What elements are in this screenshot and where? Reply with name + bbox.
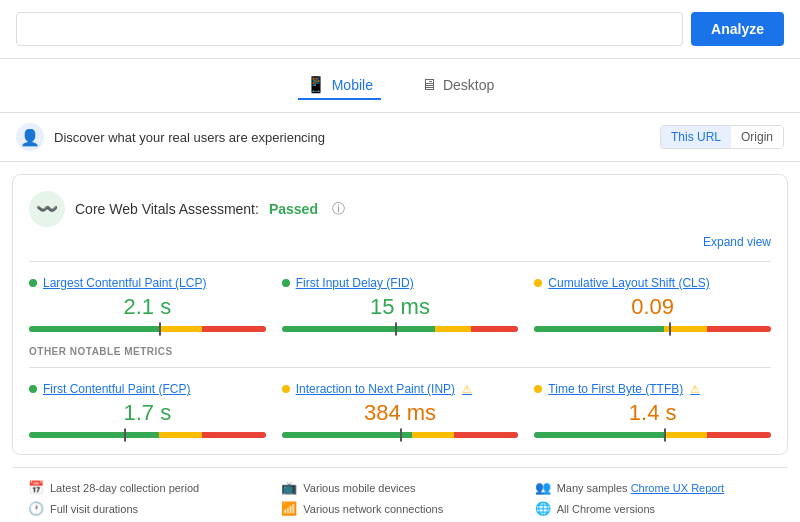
bar-segment [412,432,455,438]
metric-item: First Contentful Paint (FCP) 1.7 s [29,382,266,438]
discover-left: 👤 Discover what your real users are expe… [16,123,325,151]
main-card: 〰️ Core Web Vitals Assessment: Passed ⓘ … [12,174,788,455]
footer-icon: 📅 [28,480,44,495]
metric-item: Interaction to Next Paint (INP)⚠ 384 ms [282,382,519,438]
bar-segment [29,326,159,332]
cwv-icon: 〰️ [29,191,65,227]
progress-bar [29,432,266,438]
cwv-metrics-grid: Largest Contentful Paint (LCP) 2.1 s Fir… [29,261,771,332]
footer-icon: 🕐 [28,501,44,516]
bar-segment [664,432,707,438]
toggle-this-url[interactable]: This URL [661,126,731,148]
metric-value: 15 ms [282,294,519,320]
footer-item: 📅 Latest 28-day collection period [28,480,265,495]
footer-item: 🌐 All Chrome versions [535,501,772,516]
bar-segment [282,326,436,332]
tabs-row: 📱 Mobile 🖥 Desktop [0,59,800,113]
other-metrics-section: OTHER NOTABLE METRICS First Contentful P… [29,346,771,438]
progress-marker [124,428,126,442]
metric-name[interactable]: Interaction to Next Paint (INP)⚠ [282,382,519,396]
progress-bar [534,432,771,438]
bar-segment [202,432,266,438]
alert-icon: ⚠ [462,383,472,396]
tab-desktop[interactable]: 🖥 Desktop [413,72,502,100]
footer-text: Various mobile devices [303,482,415,494]
metric-name[interactable]: First Contentful Paint (FCP) [29,382,266,396]
metric-item: First Input Delay (FID) 15 ms [282,276,519,332]
desktop-icon: 🖥 [421,76,437,94]
footer-item: 📺 Various mobile devices [281,480,518,495]
progress-bar [282,326,519,332]
footer-text: Full visit durations [50,503,138,515]
progress-bar [282,432,519,438]
cwv-status: Passed [269,201,318,217]
metric-dot [29,279,37,287]
footer-text: Latest 28-day collection period [50,482,199,494]
tab-mobile[interactable]: 📱 Mobile [298,71,381,100]
progress-marker [395,322,397,336]
metric-dot [534,385,542,393]
bar-segment [435,326,471,332]
footer-icon: 👥 [535,480,551,495]
bar-segment [282,432,412,438]
metric-name[interactable]: First Input Delay (FID) [282,276,519,290]
bar-segment [534,326,664,332]
metric-value: 2.1 s [29,294,266,320]
progress-bar [534,326,771,332]
alert-icon: ⚠ [690,383,700,396]
metric-dot [534,279,542,287]
footer: 📅 Latest 28-day collection period 📺 Vari… [12,467,788,522]
footer-text: Various network connections [303,503,443,515]
person-icon: 👤 [20,128,40,147]
bar-segment [159,326,202,332]
toggle-origin[interactable]: Origin [731,126,783,148]
tab-desktop-label: Desktop [443,77,494,93]
expand-view-link[interactable]: Expand view [29,235,771,249]
bar-segment [534,432,664,438]
metric-dot [282,279,290,287]
metric-value: 384 ms [282,400,519,426]
cwv-title: Core Web Vitals Assessment: [75,201,259,217]
discover-avatar: 👤 [16,123,44,151]
progress-marker [669,322,671,336]
footer-icon: 📶 [281,501,297,516]
footer-link[interactable]: Chrome UX Report [631,482,725,494]
footer-text: Many samples Chrome UX Report [557,482,725,494]
footer-text: All Chrome versions [557,503,655,515]
metric-name[interactable]: Largest Contentful Paint (LCP) [29,276,266,290]
metric-name[interactable]: Time to First Byte (TTFB)⚠ [534,382,771,396]
progress-marker [159,322,161,336]
progress-marker [400,428,402,442]
cwv-header: 〰️ Core Web Vitals Assessment: Passed ⓘ [29,191,345,227]
bar-segment [707,432,771,438]
bar-segment [159,432,202,438]
metric-value: 0.09 [534,294,771,320]
info-icon[interactable]: ⓘ [332,200,345,218]
analyze-button[interactable]: Analyze [691,12,784,46]
tab-mobile-label: Mobile [332,77,373,93]
metric-item: Largest Contentful Paint (LCP) 2.1 s [29,276,266,332]
bar-segment [454,432,518,438]
mobile-icon: 📱 [306,75,326,94]
metric-value: 1.4 s [534,400,771,426]
discover-text: Discover what your real users are experi… [54,130,325,145]
footer-item: 📶 Various network connections [281,501,518,516]
url-bar-row: https://pagespeed.web.dev/ Analyze [0,0,800,59]
footer-item: 🕐 Full visit durations [28,501,265,516]
footer-item: 👥 Many samples Chrome UX Report [535,480,772,495]
metric-item: Cumulative Layout Shift (CLS) 0.09 [534,276,771,332]
footer-icon: 🌐 [535,501,551,516]
bar-segment [707,326,771,332]
metric-dot [282,385,290,393]
progress-bar [29,326,266,332]
metric-dot [29,385,37,393]
metric-name[interactable]: Cumulative Layout Shift (CLS) [534,276,771,290]
bar-segment [202,326,266,332]
other-metrics-grid: First Contentful Paint (FCP) 1.7 s Inter… [29,367,771,438]
bar-segment [29,432,159,438]
discover-bar: 👤 Discover what your real users are expe… [0,113,800,162]
url-input[interactable]: https://pagespeed.web.dev/ [16,12,683,46]
metric-item: Time to First Byte (TTFB)⚠ 1.4 s [534,382,771,438]
url-origin-toggle: This URL Origin [660,125,784,149]
vitals-chart-icon: 〰️ [36,198,58,220]
